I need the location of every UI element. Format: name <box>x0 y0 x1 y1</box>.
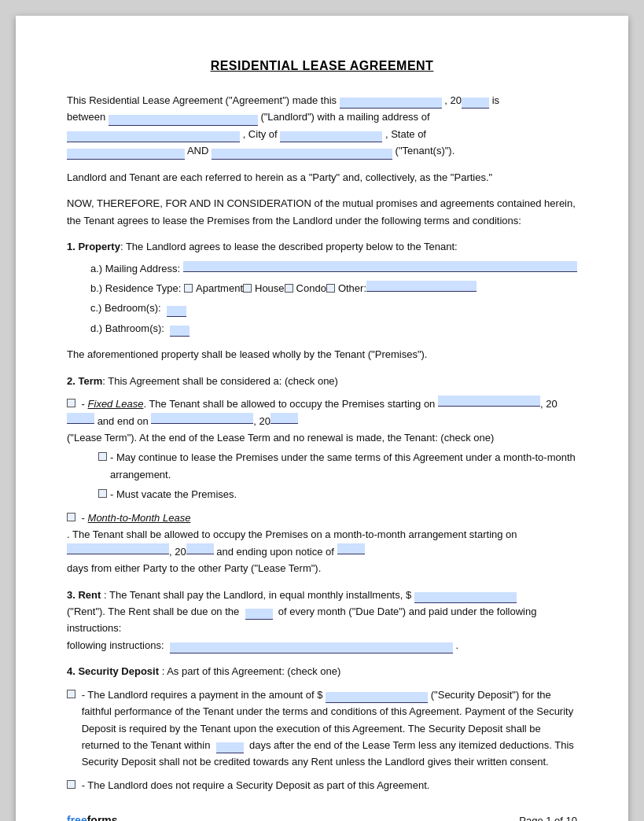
house-checkbox[interactable] <box>243 284 252 293</box>
intro-is: is <box>492 94 499 106</box>
document-title: RESIDENTIAL LEASE AGREEMENT <box>67 59 577 73</box>
payment-instructions-field[interactable] <box>170 642 453 653</box>
residence-type-row: b.) Residence Type: Apartment House Cond… <box>90 280 577 296</box>
intro-tenant-label: ("Tenant(s)"). <box>396 145 455 156</box>
mailing-address-field[interactable] <box>67 131 240 142</box>
condo-checkbox[interactable] <box>285 284 293 293</box>
premises-closing: The aforementioned property shall be lea… <box>67 346 577 363</box>
security-deposit-amount-field[interactable] <box>326 692 428 703</box>
intro-landlord-label: ("Landlord") with a mailing address of <box>260 111 429 123</box>
month-start-year-field[interactable] <box>186 543 214 554</box>
month-lease-block: - Month-to-Month Lease . The Tenant shal… <box>67 510 577 577</box>
security-deposit-option2: - The Landlord does not require a Securi… <box>67 777 577 793</box>
intro-paragraph: This Residential Lease Agreement ("Agree… <box>67 92 577 160</box>
no-security-deposit-checkbox[interactable] <box>67 780 75 789</box>
fixed-start-year-field[interactable] <box>67 413 94 424</box>
tenant-name-field[interactable] <box>212 149 392 160</box>
month-lease-checkbox[interactable] <box>67 513 75 521</box>
landlord-name-field[interactable] <box>109 115 258 126</box>
intro-between: between <box>67 111 105 123</box>
section1-items: a.) Mailing Address: b.) Residence Type:… <box>90 260 577 337</box>
bedrooms-field[interactable] <box>167 306 186 317</box>
date-field[interactable] <box>340 98 442 109</box>
fixed-lease-checkbox[interactable] <box>67 399 75 407</box>
section2: 2. Term: This Agreement shall be conside… <box>67 373 577 577</box>
property-address-field[interactable] <box>183 261 577 272</box>
section1: 1. Property: The Landlord agrees to leas… <box>67 238 577 337</box>
bathrooms-field[interactable] <box>170 326 190 337</box>
intro-state-label: , State of <box>385 128 426 140</box>
intro-year-pre: , 20 <box>444 94 462 106</box>
consideration-para: NOW, THEREFORE, FOR AND IN CONSIDERATION… <box>67 195 577 229</box>
section3: 3. Rent : The Tenant shall pay the Landl… <box>67 587 577 654</box>
freeforms-branding: freeforms <box>67 814 118 821</box>
security-deposit-checkbox[interactable] <box>67 690 75 698</box>
fixed-lease-row: - Fixed Lease . The Tenant shall be allo… <box>67 396 577 446</box>
mailing-address-row: a.) Mailing Address: <box>90 260 577 277</box>
intro-city-label: , City of <box>243 128 278 140</box>
return-days-field[interactable] <box>216 742 244 753</box>
month-start-date-field[interactable] <box>67 543 169 554</box>
page-number: Page 1 of 10 <box>519 815 577 821</box>
bedrooms-row: c.) Bedroom(s): <box>90 300 577 316</box>
continue-lease-checkbox[interactable] <box>98 452 107 461</box>
document-page: RESIDENTIAL LEASE AGREEMENT This Residen… <box>16 16 628 821</box>
apartment-checkbox[interactable] <box>184 284 193 293</box>
month-lease-row: - Month-to-Month Lease . The Tenant shal… <box>67 510 577 577</box>
state-field[interactable] <box>67 149 185 160</box>
city-field[interactable] <box>280 131 382 142</box>
fixed-sub1-row: - May continue to lease the Premises und… <box>98 449 577 483</box>
year-field[interactable] <box>462 98 489 109</box>
vacate-checkbox[interactable] <box>98 489 107 498</box>
intro-line1-pre: This Residential Lease Agreement ("Agree… <box>67 94 337 106</box>
fixed-end-year-field[interactable] <box>270 413 298 424</box>
due-date-field[interactable] <box>245 609 273 620</box>
fixed-start-date-field[interactable] <box>438 396 540 407</box>
fixed-end-date-field[interactable] <box>151 413 253 424</box>
other-type-field[interactable] <box>366 281 477 292</box>
bathrooms-row: d.) Bathroom(s): <box>90 320 577 337</box>
party-note: Landlord and Tenant are each referred to… <box>67 169 577 186</box>
fixed-sub2-row: - Must vacate the Premises. <box>98 486 577 503</box>
notice-days-field[interactable] <box>337 543 365 554</box>
rent-amount-field[interactable] <box>414 592 517 603</box>
fixed-lease-block: - Fixed Lease . The Tenant shall be allo… <box>67 396 577 503</box>
intro-and: AND <box>187 145 208 156</box>
security-deposit-option1: - The Landlord requires a payment in the… <box>67 687 577 771</box>
other-checkbox[interactable] <box>326 284 335 293</box>
section4: 4. Security Deposit : As part of this Ag… <box>67 663 577 793</box>
